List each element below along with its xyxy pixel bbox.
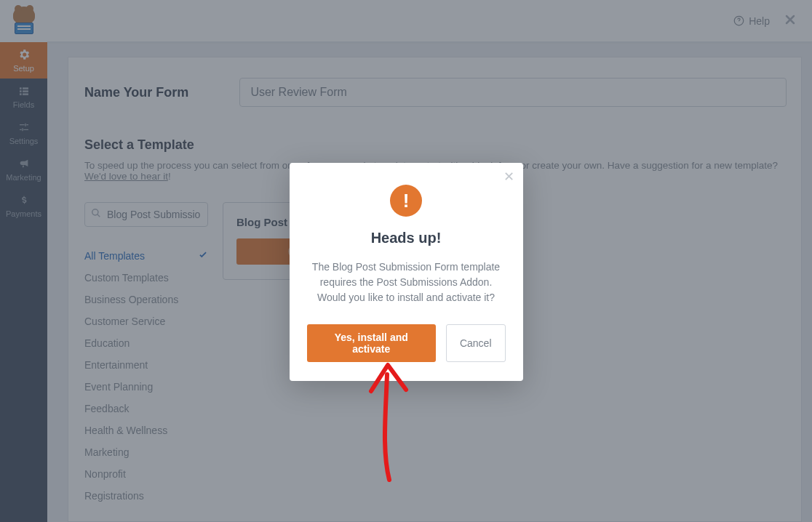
- cancel-button[interactable]: Cancel: [446, 324, 506, 362]
- modal-text: The Blog Post Submission Form template r…: [307, 260, 506, 305]
- modal-overlay: ✕ ! Heads up! The Blog Post Submission F…: [0, 0, 812, 522]
- modal-title: Heads up!: [307, 230, 506, 246]
- install-addon-modal: ✕ ! Heads up! The Blog Post Submission F…: [290, 163, 523, 381]
- alert-icon: !: [390, 185, 422, 217]
- modal-close-icon[interactable]: ✕: [503, 169, 514, 185]
- install-activate-button[interactable]: Yes, install and activate: [307, 324, 436, 362]
